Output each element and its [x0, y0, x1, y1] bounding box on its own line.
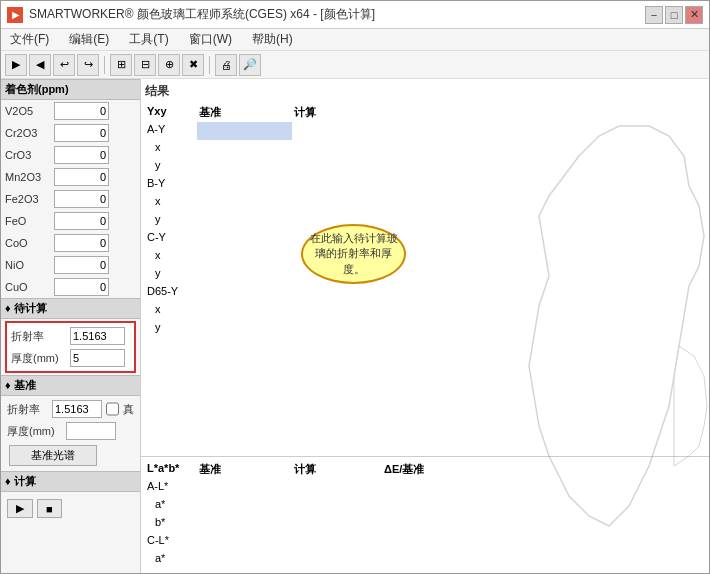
colorant-label-cuo: CuO [5, 281, 50, 293]
colorant-input-nio[interactable] [54, 256, 109, 274]
lab-delta-a2 [382, 551, 472, 569]
lab-base-col: 基准 [197, 461, 292, 569]
title-controls: − □ ✕ [645, 6, 703, 24]
yxy-base-col: 基准 [197, 104, 292, 338]
colorant-input-v2o5[interactable] [54, 102, 109, 120]
yxy-row-y2: y [145, 212, 197, 230]
yxy-base-x3 [197, 248, 292, 266]
toolbar-separator [104, 56, 105, 74]
colorant-input-fe2o3[interactable] [54, 190, 109, 208]
base-input-refraction[interactable] [52, 400, 102, 418]
colorant-input-mn2o3[interactable] [54, 168, 109, 186]
close-button[interactable]: ✕ [685, 6, 703, 24]
left-panel: 着色剂(ppm) V2O5 Cr2O3 CrO3 Mn2O3 Fe2O3 [1, 79, 141, 573]
colorant-input-feo[interactable] [54, 212, 109, 230]
toolbar-btn-7[interactable]: ⊕ [158, 54, 180, 76]
yxy-row-y1: y [145, 158, 197, 176]
yxy-row-ay: A-Y [145, 122, 197, 140]
toolbar-btn-6[interactable]: ⊟ [134, 54, 156, 76]
toolbar-btn-10[interactable]: 🔎 [239, 54, 261, 76]
toolbar-btn-1[interactable]: ▶ [5, 54, 27, 76]
yxy-base-x1 [197, 140, 292, 158]
yxy-calc-d65y [292, 284, 382, 302]
param-row-refraction: 折射率 [9, 325, 132, 347]
lab-base-b1 [197, 515, 292, 533]
calc-button-1[interactable]: ▶ [7, 499, 33, 518]
calc-button-2[interactable]: ■ [37, 499, 62, 518]
menu-edit[interactable]: 编辑(E) [66, 30, 112, 49]
yxy-row-x2: x [145, 194, 197, 212]
param-label-thickness: 厚度(mm) [11, 351, 66, 366]
calc-section: ▶ ■ [5, 494, 136, 523]
colorant-label-fe2o3: Fe2O3 [5, 193, 50, 205]
yxy-row-x1: x [145, 140, 197, 158]
yxy-calc-x2 [292, 194, 382, 212]
colorant-input-cuo[interactable] [54, 278, 109, 296]
menu-bar: 文件(F) 编辑(E) 工具(T) 窗口(W) 帮助(H) [1, 29, 709, 51]
maximize-button[interactable]: □ [665, 6, 683, 24]
base-row-thickness: 厚度(mm) [5, 420, 136, 442]
yxy-row-d65y: D65-Y [145, 284, 197, 302]
menu-file[interactable]: 文件(F) [7, 30, 52, 49]
menu-tools[interactable]: 工具(T) [126, 30, 171, 49]
yxy-row-by: B-Y [145, 176, 197, 194]
yxy-calc-y1 [292, 158, 382, 176]
lab-col-header: L*a*b* [145, 461, 197, 479]
toolbar-btn-9[interactable]: 🖨 [215, 54, 237, 76]
lab-calc-al [292, 479, 382, 497]
lab-row-b1: b* [145, 515, 197, 533]
lab-base-cl [197, 533, 292, 551]
yxy-calc-by [292, 176, 382, 194]
yxy-row-y4: y [145, 320, 197, 338]
toolbar-btn-5[interactable]: ⊞ [110, 54, 132, 76]
colorant-label-cr2o3: Cr2O3 [5, 127, 50, 139]
lab-delta-al [382, 479, 472, 497]
base-input-thickness[interactable] [66, 422, 116, 440]
lab-row-cl: C-L* [145, 533, 197, 551]
toolbar: ▶ ◀ ↩ ↪ ⊞ ⊟ ⊕ ✖ 🖨 🔎 [1, 51, 709, 79]
base-checkbox[interactable] [106, 402, 119, 416]
colorant-row-cuo: CuO [1, 276, 140, 298]
lab-calc-a2 [292, 551, 382, 569]
colorant-input-coo[interactable] [54, 234, 109, 252]
colorant-input-cr2o3[interactable] [54, 124, 109, 142]
lab-base-header: 基准 [197, 461, 292, 479]
lab-delta-a1 [382, 497, 472, 515]
toolbar-btn-8[interactable]: ✖ [182, 54, 204, 76]
menu-help[interactable]: 帮助(H) [249, 30, 296, 49]
yxy-base-x2 [197, 194, 292, 212]
lab-label-col: L*a*b* A-L* a* b* C-L* a* [145, 461, 197, 569]
main-content: 着色剂(ppm) V2O5 Cr2O3 CrO3 Mn2O3 Fe2O3 [1, 79, 709, 573]
toolbar-btn-4[interactable]: ↪ [77, 54, 99, 76]
base-spectrum-button[interactable]: 基准光谱 [9, 445, 97, 466]
calc-section-header: ♦ 计算 [1, 471, 140, 492]
tooltip-text: 在此输入待计算玻璃的折射率和厚度。 [308, 231, 399, 277]
right-panel: 结果 Yxy A-Y x y B-Y x y C-Y x y [141, 79, 709, 573]
colorant-label-coo: CoO [5, 237, 50, 249]
base-label-refraction: 折射率 [7, 402, 48, 417]
colorant-input-cro3[interactable] [54, 146, 109, 164]
lab-row-a1: a* [145, 497, 197, 515]
param-input-refraction[interactable] [70, 327, 125, 345]
results-area: 结果 Yxy A-Y x y B-Y x y C-Y x y [141, 79, 709, 456]
title-bar: ▶ SMARTWORKER® 颜色玻璃工程师系统(CGES) x64 - [颜色… [1, 1, 709, 29]
colorant-label-feo: FeO [5, 215, 50, 227]
colorant-row-fe2o3: Fe2O3 [1, 188, 140, 210]
lab-row-al: A-L* [145, 479, 197, 497]
minimize-button[interactable]: − [645, 6, 663, 24]
colorant-label-mn2o3: Mn2O3 [5, 171, 50, 183]
base-checkbox-label: 真 [123, 402, 134, 417]
menu-window[interactable]: 窗口(W) [186, 30, 235, 49]
param-input-thickness[interactable] [70, 349, 125, 367]
yxy-row-cy: C-Y [145, 230, 197, 248]
yxy-label-col: Yxy A-Y x y B-Y x y C-Y x y D65-Y x y [145, 104, 197, 338]
yxy-base-y2 [197, 212, 292, 230]
toolbar-btn-2[interactable]: ◀ [29, 54, 51, 76]
results-header: 结果 [145, 83, 169, 100]
main-window: ▶ SMARTWORKER® 颜色玻璃工程师系统(CGES) x64 - [颜色… [0, 0, 710, 574]
yxy-row-x4: x [145, 302, 197, 320]
param-label-refraction: 折射率 [11, 329, 66, 344]
toolbar-btn-3[interactable]: ↩ [53, 54, 75, 76]
yxy-calc-col: 计算 [292, 104, 382, 338]
yxy-base-ay [197, 122, 292, 140]
